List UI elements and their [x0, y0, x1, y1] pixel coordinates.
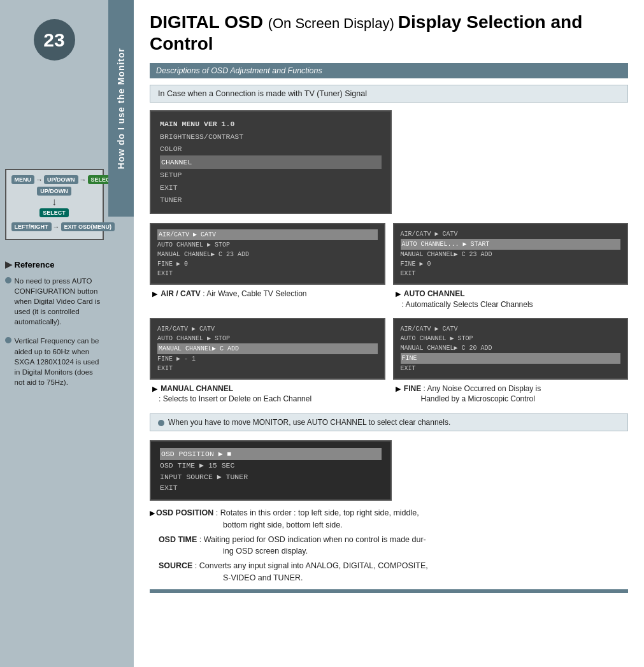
- screen2-caption: ▶ AUTO CHANNEL : Automatically Selects C…: [393, 289, 629, 310]
- screen1-line2: AUTO CHANNEL ▶ STOP: [157, 240, 378, 250]
- screen4-line5: EXIT: [401, 364, 621, 373]
- screen-block-manual-channel: AIR/CATV ▶ CATV AUTO CHANNEL ▶ STOP MANU…: [150, 318, 385, 405]
- screen1-line4: FINE ▶ 0: [157, 259, 378, 269]
- reference-title-text: Reference: [15, 260, 55, 269]
- main-osd-screen: MAIN MENU VER 1.0 BRIGHTNESS/CONTRAST CO…: [150, 110, 392, 214]
- desc-text-source: : Converts any input signal into ANALOG,…: [195, 561, 428, 570]
- screen4-line4: FINE: [401, 353, 621, 364]
- main-screen-line-7: TUNER: [160, 194, 382, 206]
- main-content: DIGITAL OSD (On Screen Display) Display …: [134, 0, 644, 667]
- screen-manual-channel: AIR/CATV ▶ CATV AUTO CHANNEL ▶ STOP MANU…: [150, 318, 385, 380]
- menu-box: MENU: [11, 175, 35, 184]
- section-header: Descriptions of OSD Adjustment and Funct…: [150, 63, 628, 78]
- osd-position-screen: OSD POSITION ▶ ■ OSD TIME ▶ 15 SEC INPUT…: [150, 440, 392, 501]
- caption2-bold: AUTO CHANNEL: [404, 289, 465, 298]
- screen3-caption: ▶ MANUAL CHANNEL : Selects to Insert or …: [150, 384, 385, 405]
- desc-label-osd-time: OSD TIME: [150, 535, 197, 544]
- screen2-line5: EXIT: [401, 269, 621, 278]
- reference-title: ▶ Reference: [5, 259, 104, 269]
- caption2-arrow: ▶: [396, 290, 401, 298]
- info-bar: In Case when a Connection is made with T…: [150, 85, 628, 103]
- desc-osd-position: ▶OSD POSITION : Rotates in this order : …: [150, 507, 628, 531]
- screen1-line1: AIR/CATV ▶ CATV: [157, 229, 378, 240]
- sidebar-tab: How do I use the Monitor: [108, 0, 134, 217]
- screen3-line1: AIR/CATV ▶ CATV: [157, 324, 378, 334]
- screen-block-air-catv: AIR/CATV ▶ CATV AUTO CHANNEL ▶ STOP MANU…: [150, 223, 385, 310]
- title-digital-osd: DIGITAL OSD: [150, 12, 263, 32]
- exit-osd-box: EXIT OSD(MENU): [61, 222, 115, 231]
- sidebar-tab-text: How do I use the Monitor: [116, 48, 126, 169]
- caption3-bold: MANUAL CHANNEL: [161, 384, 233, 393]
- screen2-line3: MANUAL CHANNEL▶ C 23 ADD: [401, 250, 621, 259]
- screen2-line4: FINE ▶ 0: [401, 259, 621, 269]
- desc-text-source-cont: S-VIDEO and TUNER.: [150, 572, 628, 584]
- caption1-arrow: ▶: [152, 290, 157, 298]
- screens-grid: AIR/CATV ▶ CATV AUTO CHANNEL ▶ STOP MANU…: [150, 223, 628, 405]
- main-screen-line-1: MAIN MENU VER 1.0: [160, 118, 382, 131]
- screen4-line2: AUTO CHANNEL ▶ STOP: [401, 334, 621, 343]
- reference-item-2: Vertical Frequency can be aided up to 60…: [5, 336, 104, 387]
- descriptions: ▶OSD POSITION : Rotates in this order : …: [150, 507, 628, 584]
- screen1-line3: MANUAL CHANNEL▶ C 23 ADD: [157, 250, 378, 259]
- nav-arrow-2: →: [80, 176, 87, 183]
- screen3-line2: AUTO CHANNEL ▶ STOP: [157, 334, 378, 343]
- screen-auto-channel: AIR/CATV ▶ CATV AUTO CHANNEL... ▶ START …: [393, 223, 629, 285]
- up-down-box-2: UP/DOWN: [37, 187, 71, 196]
- reference-section: ▶ Reference No need to press AUTO CONFIG…: [5, 259, 104, 396]
- ref-bullet-2: [5, 337, 11, 343]
- page-title: DIGITAL OSD (On Screen Display) Display …: [150, 11, 628, 54]
- caption1-bold: AIR / CATV: [161, 289, 200, 298]
- main-screen-line-6: EXIT: [160, 182, 382, 194]
- main-screen-line-4: CHANNEL: [160, 155, 382, 169]
- caption3-arrow: ▶: [152, 385, 157, 392]
- screen4-line3: MANUAL CHANNEL▶ C 20 ADD: [401, 343, 621, 353]
- screen-block-fine: AIR/CATV ▶ CATV AUTO CHANNEL ▶ STOP MANU…: [393, 318, 629, 405]
- desc-osd-time: OSD TIME : Waiting period for OSD indica…: [150, 534, 628, 558]
- caption1-rest: : Air Wave, Cable TV Selection: [203, 289, 306, 298]
- screen4-line1: AIR/CATV ▶ CATV: [401, 324, 621, 334]
- ref-text-1: No need to press AUTO CONFIGURATION butt…: [15, 276, 104, 327]
- caption2-rest: : Automatically Selects Clear Channels: [396, 300, 533, 309]
- left-right-box: LEFT/RIGHT: [11, 222, 52, 231]
- osd-line3: INPUT SOURCE ▶ TUNER: [160, 471, 382, 482]
- screen4-caption: ▶ FINE : Any Noise Occurred on Display i…: [393, 384, 629, 405]
- page-number: 23: [34, 19, 75, 61]
- main-screen-line-3: COLOR: [160, 143, 382, 155]
- screen2-line2: AUTO CHANNEL... ▶ START: [401, 239, 621, 250]
- title-on-screen-display: (On Screen Display): [268, 15, 394, 31]
- main-screen-line-2: BRIGHTNESS/CONTRAST: [160, 131, 382, 143]
- up-down-box-1: UP/DOWN: [44, 175, 78, 184]
- osd-line2: OSD TIME ▶ 15 SEC: [160, 460, 382, 471]
- screen-air-catv: AIR/CATV ▶ CATV AUTO CHANNEL ▶ STOP MANU…: [150, 223, 385, 285]
- desc-label-osd-position: OSD POSITION: [156, 508, 213, 517]
- desc-text-osd-position: : Rotates in this order : top left side,…: [216, 508, 419, 517]
- down-arrow: ↓: [52, 197, 57, 207]
- ref-title-arrow: ▶: [5, 259, 12, 269]
- nav-arrow-1: →: [36, 176, 43, 183]
- ref-bullet-1: [5, 277, 11, 283]
- screen-block-auto-channel: AIR/CATV ▶ CATV AUTO CHANNEL... ▶ START …: [393, 223, 629, 310]
- osd-line1: OSD POSITION ▶ ■: [160, 448, 382, 460]
- desc-text-osd-position-cont: bottom right side, bottom left side.: [150, 519, 628, 531]
- note-text: When you have to move MONITOR, use AUTO …: [168, 418, 450, 427]
- bottom-bar: [150, 589, 628, 593]
- desc-source: SOURCE : Converts any input signal into …: [150, 560, 628, 584]
- desc-label-source: SOURCE: [150, 561, 192, 570]
- screen3-line4: FINE ▶ - 1: [157, 354, 378, 364]
- screen2-line1: AIR/CATV ▶ CATV: [401, 229, 621, 239]
- reference-item-1: No need to press AUTO CONFIGURATION butt…: [5, 276, 104, 327]
- caption4-arrow: ▶: [396, 385, 401, 392]
- note-bullet: [158, 420, 164, 426]
- nav-diagram: MENU → UP/DOWN → SELECT UP/DOWN ↓ SELECT…: [5, 169, 104, 240]
- nav-arrow-3: →: [53, 223, 60, 231]
- desc-text-osd-time-cont: ing OSD screen display.: [150, 545, 628, 557]
- screen-fine: AIR/CATV ▶ CATV AUTO CHANNEL ▶ STOP MANU…: [393, 318, 629, 380]
- caption4-bold: FINE: [404, 384, 421, 393]
- screen1-caption: ▶ AIR / CATV : Air Wave, Cable TV Select…: [150, 289, 385, 299]
- caption3-rest: : Selects to Insert or Delete on Each Ch…: [152, 394, 311, 403]
- main-screen-line-5: SETUP: [160, 169, 382, 182]
- screen3-line3: MANUAL CHANNEL▶ C ADD: [157, 343, 378, 354]
- note-bar: When you have to move MONITOR, use AUTO …: [150, 413, 628, 431]
- desc-arrow1: ▶: [150, 509, 155, 517]
- desc-text-osd-time: : Waiting period for OSD indication when…: [199, 535, 426, 544]
